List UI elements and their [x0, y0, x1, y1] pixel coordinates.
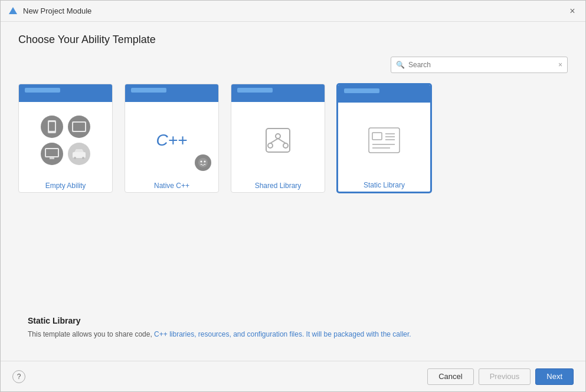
svg-marker-9 [74, 149, 84, 152]
template-card-empty-ability[interactable]: Empty Ability [18, 84, 113, 193]
dialog-title: New Project Module [23, 6, 91, 15]
search-row: 🔍 × [18, 57, 568, 73]
svg-line-22 [270, 139, 278, 143]
svg-line-23 [278, 139, 286, 143]
dialog: New Project Module × Choose Your Ability… [0, 0, 586, 392]
search-container: 🔍 × [391, 57, 568, 73]
templates-grid: Empty Ability C++ [18, 84, 568, 193]
shared-icon [263, 126, 293, 155]
svg-rect-6 [46, 149, 58, 156]
svg-rect-18 [266, 129, 290, 152]
svg-point-17 [204, 164, 205, 165]
card-header-static [338, 85, 430, 103]
page-title: Choose Your Ability Template [18, 34, 568, 46]
svg-point-20 [268, 143, 273, 148]
static-library-icon [366, 126, 402, 155]
template-label-empty-ability: Empty Ability [19, 178, 112, 192]
svg-point-14 [204, 161, 206, 163]
svg-point-13 [201, 161, 202, 163]
svg-rect-7 [50, 157, 54, 159]
footer-buttons: Cancel Previous Next [427, 368, 574, 385]
cpp-badge-icon [195, 154, 211, 171]
svg-rect-4 [73, 123, 85, 131]
tablet-icon [68, 116, 90, 138]
svg-point-19 [276, 134, 280, 139]
card-header [19, 84, 112, 102]
card-header-cpp [125, 84, 218, 102]
help-button[interactable]: ? [12, 370, 25, 383]
previous-button[interactable]: Previous [479, 368, 531, 385]
car-icon [68, 143, 90, 165]
svg-point-10 [74, 157, 76, 159]
close-button[interactable]: × [567, 5, 578, 17]
template-card-shared-library[interactable]: Shared Library [231, 84, 325, 193]
svg-rect-2 [49, 122, 55, 131]
svg-point-21 [283, 143, 288, 148]
svg-point-11 [82, 157, 84, 159]
search-icon: 🔍 [396, 61, 405, 69]
svg-point-16 [202, 164, 204, 166]
svg-marker-0 [9, 7, 17, 14]
description-title: Static Library [28, 316, 558, 325]
monitor-icon [41, 143, 63, 165]
svg-point-12 [198, 158, 208, 167]
footer: ? Cancel Previous Next [1, 361, 585, 391]
template-label-shared-library: Shared Library [231, 178, 325, 192]
main-content: Choose Your Ability Template 🔍 × [1, 22, 585, 361]
cancel-button[interactable]: Cancel [427, 368, 473, 385]
card-header-shared [231, 84, 325, 102]
phone-icon [41, 116, 63, 138]
template-label-native-cpp: Native C++ [125, 178, 218, 192]
template-card-native-cpp[interactable]: C++ Native C++ [125, 84, 219, 193]
template-label-static-library: Static Library [338, 177, 430, 192]
svg-rect-24 [369, 128, 400, 153]
svg-rect-25 [372, 133, 382, 140]
cpp-text: C++ [156, 131, 188, 150]
search-clear-icon[interactable]: × [558, 61, 562, 69]
card-body-empty [19, 102, 112, 178]
next-button[interactable]: Next [535, 368, 574, 385]
description-area: Static Library This template allows you … [18, 307, 568, 349]
card-body-static [338, 103, 430, 177]
template-card-static-library[interactable]: Static Library [337, 84, 431, 193]
app-logo [8, 6, 18, 17]
card-body-cpp: C++ [125, 102, 218, 178]
description-highlight: C++ libraries, resources, and configurat… [154, 330, 411, 338]
title-bar: New Project Module × [1, 1, 585, 22]
svg-point-15 [201, 164, 202, 165]
search-input[interactable] [408, 61, 555, 69]
description-text: This template allows you to share code, … [28, 329, 558, 340]
card-body-shared [231, 102, 325, 178]
